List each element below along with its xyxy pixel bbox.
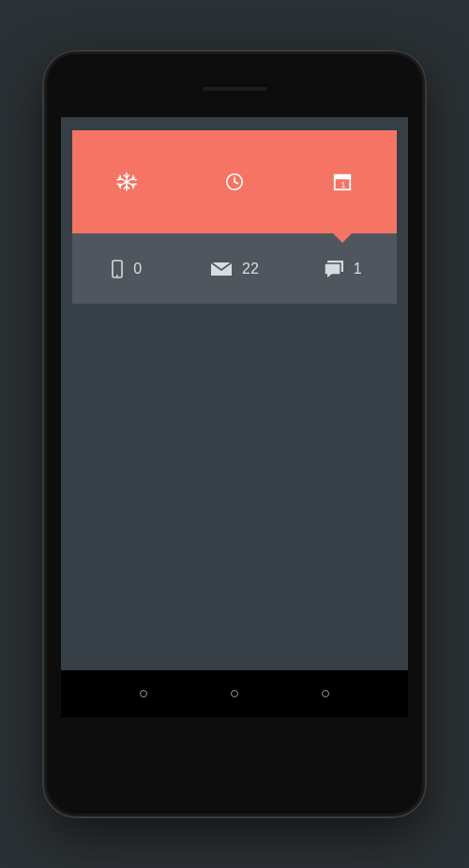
counter-row: 0 22 bbox=[72, 233, 397, 304]
nav-home-button[interactable] bbox=[231, 690, 238, 697]
messages-count: 1 bbox=[354, 261, 362, 277]
svg-rect-5 bbox=[335, 175, 351, 180]
snowflake-icon bbox=[116, 172, 137, 192]
tab-row: 1 bbox=[72, 130, 397, 233]
tab-clock[interactable] bbox=[180, 130, 288, 233]
counter-calls[interactable]: 0 bbox=[72, 233, 180, 304]
counter-mail[interactable]: 22 bbox=[180, 233, 288, 304]
nav-recent-button[interactable] bbox=[322, 690, 329, 697]
calls-count: 0 bbox=[133, 261, 142, 277]
message-icon bbox=[324, 260, 344, 278]
phone-speaker bbox=[202, 85, 267, 91]
counter-messages[interactable]: 1 bbox=[289, 233, 397, 304]
dashboard-widget: 1 0 bbox=[72, 130, 397, 304]
svg-text:1: 1 bbox=[341, 180, 346, 189]
tab-weather[interactable] bbox=[72, 130, 180, 233]
tab-calendar[interactable]: 1 bbox=[289, 130, 397, 233]
nav-back-button[interactable] bbox=[140, 690, 147, 697]
svg-rect-11 bbox=[325, 263, 340, 275]
mail-icon bbox=[210, 262, 233, 277]
mail-count: 22 bbox=[242, 261, 259, 277]
android-navbar bbox=[61, 670, 408, 717]
phone-screen: 1 0 bbox=[61, 117, 408, 717]
phone-mockup: 1 0 bbox=[42, 50, 427, 818]
phone-icon bbox=[111, 259, 124, 279]
clock-icon bbox=[224, 172, 245, 192]
active-tab-pointer bbox=[332, 232, 353, 243]
calendar-icon: 1 bbox=[332, 172, 353, 192]
